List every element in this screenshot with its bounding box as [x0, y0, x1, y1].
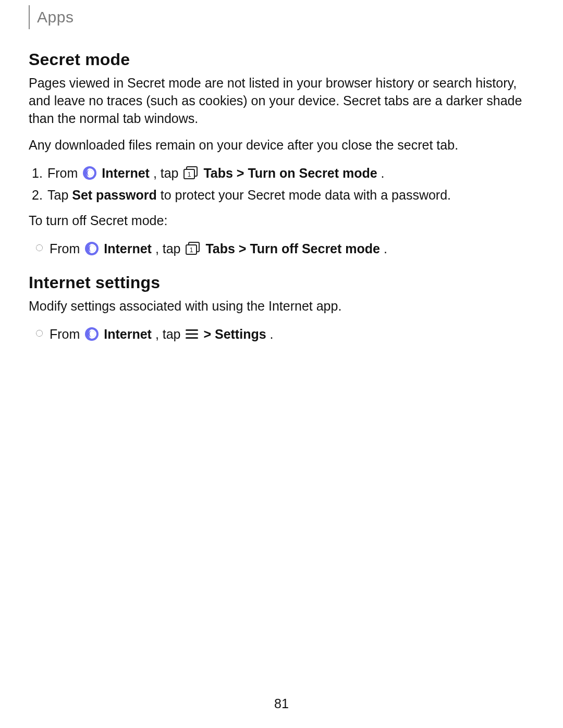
- svg-rect-14: [186, 337, 198, 339]
- turn-off-list: From Internet , tap 1 Tabs > Turn off: [29, 239, 534, 259]
- step-2-text-a: Tap: [47, 188, 72, 202]
- secret-mode-steps: 1. From Internet , tap 1 Tabs >: [29, 164, 534, 205]
- step-1-tabs-path: Tabs > Turn on Secret mode: [203, 166, 377, 180]
- svg-text:1: 1: [188, 171, 191, 178]
- heading-secret-mode: Secret mode: [29, 50, 534, 69]
- internet-settings-para: Modify settings associated with using th…: [29, 298, 534, 315]
- internet-settings-list: From Internet , tap > Settings: [29, 325, 534, 344]
- step-number: 1.: [32, 164, 43, 183]
- secret-mode-para-2: Any downloaded files remain on your devi…: [29, 137, 534, 154]
- menu-icon: [185, 328, 199, 340]
- tabs-icon: 1: [183, 166, 199, 180]
- step-2-text-b: to protect your Secret mode data with a …: [161, 188, 451, 202]
- step-2-set-password: Set password: [72, 188, 157, 202]
- tabs-icon: 1: [185, 242, 201, 255]
- off-tabs-path: Tabs > Turn off Secret mode: [205, 241, 380, 256]
- page-number: 81: [0, 696, 563, 711]
- internet-app-icon: [84, 241, 99, 256]
- is-settings-path: > Settings: [203, 327, 266, 341]
- off-text-b: , tap: [155, 241, 185, 256]
- step-2: 2. Tap Set password to protect your Secr…: [47, 186, 534, 205]
- off-text-a: From: [50, 241, 83, 256]
- step-1-text-b: , tap: [153, 166, 182, 180]
- is-text-a: From: [50, 327, 83, 341]
- turn-off-item: From Internet , tap 1 Tabs > Turn off: [50, 239, 534, 259]
- svg-rect-12: [186, 329, 198, 331]
- internet-app-icon: [82, 166, 97, 180]
- header-rule: [29, 5, 30, 29]
- internet-app-icon: [84, 327, 99, 341]
- header-label: Apps: [37, 8, 74, 26]
- step-1-text-a: From: [47, 166, 81, 180]
- step-1-text-c: .: [381, 166, 385, 180]
- step-1-internet: Internet: [102, 166, 150, 180]
- turn-off-intro: To turn off Secret mode:: [29, 212, 534, 230]
- off-text-c: .: [384, 241, 387, 256]
- step-number: 2.: [32, 186, 43, 205]
- secret-mode-para-1: Pages viewed in Secret mode are not list…: [29, 75, 534, 127]
- step-1: 1. From Internet , tap 1 Tabs >: [47, 164, 534, 183]
- svg-text:1: 1: [190, 246, 193, 254]
- internet-settings-item: From Internet , tap > Settings: [50, 325, 534, 344]
- document-page: Apps Secret mode Pages viewed in Secret …: [0, 0, 563, 728]
- is-internet: Internet: [104, 327, 152, 341]
- is-text-b: , tap: [155, 327, 185, 341]
- off-internet: Internet: [104, 241, 152, 256]
- heading-internet-settings: Internet settings: [29, 273, 534, 292]
- page-header: Apps: [29, 0, 534, 29]
- svg-rect-13: [186, 334, 198, 335]
- is-text-c: .: [270, 327, 274, 341]
